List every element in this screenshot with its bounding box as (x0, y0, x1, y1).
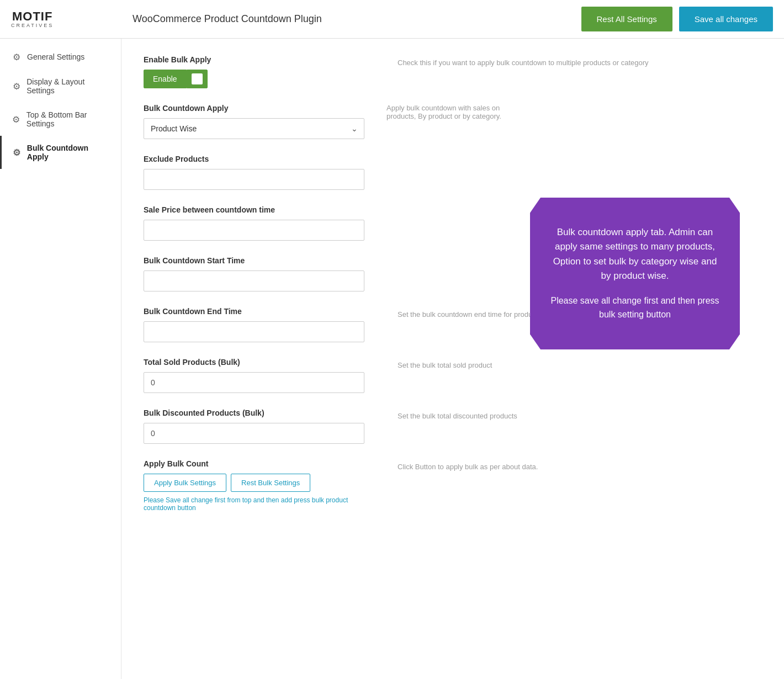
bubble-main-text: Bulk countdown apply tab. Admin can appl… (549, 225, 721, 283)
apply-bulk-count-label: Apply Bulk Count (144, 459, 375, 468)
sidebar-item-top-bottom-bar[interactable]: ⚙ Top & Bottom Bar Settings (0, 103, 121, 136)
bulk-countdown-select[interactable]: Product Wise Category Wise (144, 118, 364, 139)
speech-bubble: Bulk countdown apply tab. Admin can appl… (530, 198, 740, 349)
enable-bulk-apply-row: Enable Bulk Apply Enable Check this if y… (144, 55, 762, 88)
layout: ⚙ General Settings ⚙ Display & Layout Se… (0, 39, 784, 679)
gear-icon-3: ⚙ (12, 114, 21, 124)
bulk-countdown-select-wrapper: Product Wise Category Wise ⌄ (144, 118, 364, 139)
apply-bulk-buttons: Apply Bulk Settings Rest Bulk Settings (144, 474, 375, 492)
bulk-countdown-help: Apply bulk countdown with sales on produ… (386, 104, 508, 120)
bulk-discounted-help: Set the bulk total discounted products (375, 409, 762, 422)
toggle-switch-box[interactable] (187, 70, 208, 88)
total-sold-input[interactable] (144, 372, 364, 393)
bulk-countdown-right: Apply bulk countdown with sales on produ… (375, 104, 762, 120)
rest-bulk-settings-button[interactable]: Rest Bulk Settings (231, 474, 310, 492)
sidebar-item-display-layout[interactable]: ⚙ Display & Layout Settings (0, 70, 121, 103)
bulk-start-time-input[interactable] (144, 270, 364, 291)
reset-all-button[interactable]: Rest All Settings (581, 7, 672, 31)
enable-toggle-group: Enable (144, 70, 375, 88)
sale-price-label: Sale Price between countdown time (144, 205, 375, 214)
logo: MOTIF CREATIVES (11, 10, 54, 28)
apply-bulk-count-left: Apply Bulk Count Apply Bulk Settings Res… (144, 459, 375, 512)
sidebar-label-bulk: Bulk Countdown Apply (27, 144, 111, 161)
sidebar-label-general: General Settings (27, 52, 84, 61)
total-sold-left: Total Sold Products (Bulk) (144, 358, 375, 393)
bulk-discounted-left: Bulk Discounted Products (Bulk) (144, 409, 375, 444)
save-all-button[interactable]: Save all changes (679, 7, 773, 31)
sidebar-item-general-settings[interactable]: ⚙ General Settings (0, 44, 121, 70)
header-title: WooCommerce Product Countdown Plugin (133, 13, 570, 25)
bulk-countdown-left: Bulk Countdown Apply Product Wise Catego… (144, 104, 375, 139)
total-sold-help: Set the bulk total sold product (375, 358, 762, 371)
sidebar-label-topbottom: Top & Bottom Bar Settings (27, 110, 111, 128)
gear-icon-4: ⚙ (12, 147, 22, 157)
enable-bulk-apply-left: Enable Bulk Apply Enable (144, 55, 375, 88)
exclude-products-left: Exclude Products (144, 155, 375, 190)
bulk-start-time-label: Bulk Countdown Start Time (144, 256, 375, 265)
header: MOTIF CREATIVES WooCommerce Product Coun… (0, 0, 784, 39)
toggle-knob (192, 73, 203, 84)
sale-price-left: Sale Price between countdown time (144, 205, 375, 241)
sidebar: ⚙ General Settings ⚙ Display & Layout Se… (0, 39, 121, 679)
apply-bulk-count-row: Apply Bulk Count Apply Bulk Settings Res… (144, 459, 762, 512)
bulk-countdown-apply-label: Bulk Countdown Apply (144, 104, 375, 113)
apply-bulk-settings-button[interactable]: Apply Bulk Settings (144, 474, 226, 492)
bottom-note: Please Save all change first from top an… (144, 496, 375, 512)
exclude-products-row: Exclude Products (144, 155, 762, 190)
bubble-secondary-text: Please save all change first and then pr… (549, 294, 721, 322)
total-sold-label: Total Sold Products (Bulk) (144, 358, 375, 367)
bulk-countdown-apply-row: Bulk Countdown Apply Product Wise Catego… (144, 104, 762, 139)
bulk-end-time-left: Bulk Countdown End Time (144, 307, 375, 342)
bulk-start-time-left: Bulk Countdown Start Time (144, 256, 375, 291)
exclude-products-input[interactable] (144, 169, 364, 190)
enable-toggle-button[interactable]: Enable (144, 70, 187, 88)
logo-sub-text: CREATIVES (11, 23, 54, 28)
header-buttons: Rest All Settings Save all changes (581, 7, 773, 31)
enable-bulk-apply-label: Enable Bulk Apply (144, 55, 375, 64)
exclude-products-label: Exclude Products (144, 155, 375, 163)
bulk-discounted-label: Bulk Discounted Products (Bulk) (144, 409, 375, 417)
sidebar-label-display: Display & Layout Settings (27, 77, 111, 95)
logo-area: MOTIF CREATIVES (11, 10, 121, 28)
sale-price-input[interactable] (144, 220, 364, 241)
bulk-end-time-input[interactable] (144, 321, 364, 342)
total-sold-row: Total Sold Products (Bulk) Set the bulk … (144, 358, 762, 393)
bulk-end-time-label: Bulk Countdown End Time (144, 307, 375, 316)
exclude-products-right (375, 155, 762, 157)
apply-bulk-help: Click Button to apply bulk as per about … (375, 459, 762, 473)
enable-bulk-help: Check this if you want to apply bulk cou… (375, 55, 762, 68)
gear-icon: ⚙ (12, 52, 22, 62)
logo-main-text: MOTIF (11, 10, 54, 23)
bulk-discounted-input[interactable] (144, 423, 364, 444)
gear-icon-2: ⚙ (12, 81, 21, 91)
bulk-discounted-row: Bulk Discounted Products (Bulk) Set the … (144, 409, 762, 444)
sidebar-item-bulk-countdown[interactable]: ⚙ Bulk Countdown Apply (0, 136, 121, 169)
main-content: Enable Bulk Apply Enable Check this if y… (121, 39, 784, 679)
